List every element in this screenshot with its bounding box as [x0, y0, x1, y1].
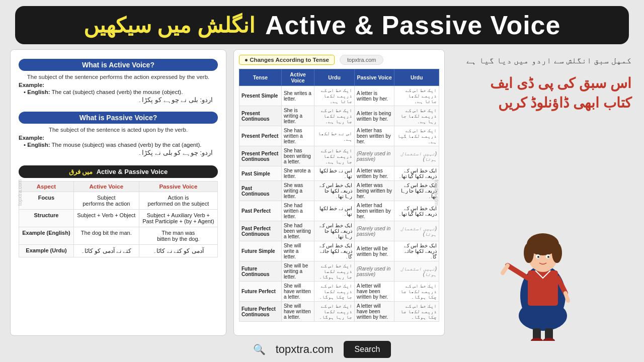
table-cell: Present Simple: [239, 86, 282, 106]
table-row: Present PerfectShe has written a letter.…: [239, 126, 439, 146]
col-passive: Passive Voice: [139, 182, 217, 192]
table-row: Example (Urdu): [19, 245, 74, 257]
table-cell: Past Perfect: [239, 201, 282, 221]
active-urdu-example: اردو: بلی نے چوہے کو پکڑا۔: [19, 96, 213, 104]
table-cell: ایک خط اس کے ذریعے لکھا جا رہا ہوگا۔: [314, 302, 355, 322]
table-row: Future Perfect ContinuousShe will have w…: [239, 302, 439, 322]
table-cell: ایک خط اس کے ذریعے لکھا جا چکا ہوگا۔: [394, 282, 439, 302]
teacher-figure: [488, 195, 598, 336]
svg-point-9: [537, 256, 539, 258]
table-row: The dog bit the man.: [73, 227, 139, 245]
right-urdu-line1: کمپل سبق انگلش سے اردو میں دیا گیا ہے: [452, 54, 634, 67]
header-english-title: Active & Passive Voice: [265, 10, 561, 40]
header: انگلش میں سیکھیں Active & Passive Voice: [15, 6, 629, 44]
svg-line-12: [503, 265, 508, 273]
table-row: Subject performs the action: [73, 192, 139, 210]
table-cell: A letter is written by her.: [354, 86, 394, 106]
table-cell: Present Perfect: [239, 126, 282, 146]
table-row: Past ContinuousShe was writing a letter.…: [239, 181, 439, 201]
table-row: Future ContinuousShe will be writing a l…: [239, 261, 439, 282]
passive-urdu-example: اردو: چوہے کو بلی نے پکڑا۔: [19, 149, 213, 156]
table-cell: A letter was being written by her.: [354, 181, 394, 201]
table-cell: A letter had been written by her.: [354, 201, 394, 221]
table-cell: (نہیں استعمال ہوتا): [394, 146, 439, 166]
table-cell: She writes a letter.: [281, 86, 314, 106]
comparison-urdu: میں فرق: [69, 168, 93, 175]
left-watermark: topxtra.com: [17, 179, 23, 206]
table-cell: ایک خط اس کے ذریعے لکھا جا چکا ہوگا۔: [314, 282, 355, 302]
site-badge: topxtra.com: [340, 55, 383, 65]
footer-url: topxtra.com: [276, 343, 334, 356]
right-urdu-line2: اس سبق کی پی ڈی ایفکتاب ابھی ڈاؤنلوڈ کری…: [452, 73, 634, 113]
table-row: Action is performed on the subject: [139, 192, 217, 210]
svg-point-17: [531, 338, 543, 341]
table-cell: اس نے خط لکھا تھا۔: [314, 201, 355, 221]
table-cell: ایک خط اس کے ذریعے لکھا جائے گا۔: [394, 241, 439, 261]
comparison-table: Aspect Active Voice Passive Voice FocusS…: [19, 181, 218, 257]
table-cell: Future Simple: [239, 241, 282, 261]
table-cell: Future Perfect: [239, 282, 282, 302]
table-cell: She will write a letter.: [281, 241, 314, 261]
table-cell: ایک خط اس کے ذریعے لکھا جا چکا ہوگا۔: [394, 302, 439, 322]
table-row: Focus: [19, 192, 74, 210]
table-cell: اس نے خط لکھا ہے۔: [314, 126, 355, 146]
table-cell: (نہیں استعمال ہوتا): [394, 221, 439, 241]
table-cell: She has been writing a letter.: [281, 146, 314, 166]
table-cell: ایک خط اس کے ذریعے لکھا جا رہا ہوگا۔: [314, 261, 355, 282]
table-row: The man was bitten by the dog.: [139, 227, 217, 245]
comparison-en: Active & Passive Voice: [97, 168, 168, 175]
table-cell: A letter will have been written by her.: [354, 282, 394, 302]
table-cell: اس نے خط لکھا تھا۔: [314, 166, 355, 181]
table-row: Past Perfect ContinuousShe had been writ…: [239, 221, 439, 241]
table-row: Present SimpleShe writes a letter.ایک خط…: [239, 86, 439, 106]
svg-point-10: [547, 256, 549, 258]
th-passive: Passive Voice: [354, 69, 394, 86]
left-card: topxtra.com What is Active Voice? The su…: [10, 49, 226, 336]
search-icon: 🔍: [253, 343, 266, 355]
table-row: Example (English): [19, 227, 74, 245]
main-content: topxtra.com What is Active Voice? The su…: [0, 49, 644, 336]
table-cell: A letter is being written by her.: [354, 106, 394, 126]
th-active: Active Voice: [281, 69, 314, 86]
right-section: کمپل سبق انگلش سے اردو میں دیا گیا ہے اس…: [452, 49, 634, 336]
col-aspect: Aspect: [19, 182, 74, 192]
table-cell: Past Perfect Continuous: [239, 221, 282, 241]
middle-watermark: topxtra.com: [433, 179, 439, 206]
table-cell: ایک خط اس کے ذریعے لکھا جا رہا تھا۔: [394, 181, 439, 201]
table-cell: ایک خط اس کے ذریعے لکھا جا رہا ہے۔: [394, 106, 439, 126]
table-row: Structure: [19, 210, 74, 227]
table-cell: Present Perfect Continuous: [239, 146, 282, 166]
search-button[interactable]: Search: [344, 341, 391, 358]
table-cell: She had been writing a letter.: [281, 221, 314, 241]
table-cell: Past Simple: [239, 166, 282, 181]
table-row: Past SimpleShe wrote a letter.اس نے خط ل…: [239, 166, 439, 181]
table-row: Future PerfectShe will have written a le…: [239, 282, 439, 302]
table-cell: (Rarely used in passive): [354, 261, 394, 282]
table-cell: She will have written a letter.: [281, 302, 314, 322]
passive-example-label: Example:: [19, 135, 218, 141]
table-row: Subject + Auxiliary Verb + Past Particip…: [139, 210, 217, 227]
table-cell: ایک خط اس کے ذریعے لکھا جاتا ہے۔: [314, 86, 355, 106]
svg-line-14: [566, 293, 568, 301]
svg-point-18: [543, 338, 555, 341]
table-cell: ایک خط اس کے ذریعے لکھا جا رہا ہے۔: [314, 146, 355, 166]
th-urdu1: Urdu: [314, 69, 355, 86]
table-row: Present ContinuousShe is writing a lette…: [239, 106, 439, 126]
svg-rect-2: [528, 270, 558, 306]
table-row: Subject + Verb + Object: [73, 210, 139, 227]
table-cell: (Rarely used in passive): [354, 221, 394, 241]
tense-table: Tense Active Voice Urdu Passive Voice Ur…: [239, 69, 439, 322]
active-english-example: • English: The cat (subject) chased (ver…: [24, 89, 218, 95]
middle-header: ● Changes According to Tense topxtra.com: [239, 55, 439, 65]
table-cell: A letter will be written by her.: [354, 241, 394, 261]
teacher-svg: [488, 195, 598, 341]
table-cell: ایک خط اس کے ذریعے لکھا گیا تھا۔: [394, 201, 439, 221]
header-urdu-title: انگلش میں سیکھیں: [84, 13, 255, 38]
table-cell: (نہیں استعمال ہوتا): [394, 261, 439, 282]
comparison-title: میں فرق Active & Passive Voice: [19, 165, 218, 178]
col-active: Active Voice: [73, 182, 139, 192]
changes-badge: ● Changes According to Tense: [239, 55, 335, 65]
th-tense: Tense: [239, 69, 282, 86]
table-row: Present Perfect ContinuousShe has been w…: [239, 146, 439, 166]
table-cell: She will have written a letter.: [281, 282, 314, 302]
